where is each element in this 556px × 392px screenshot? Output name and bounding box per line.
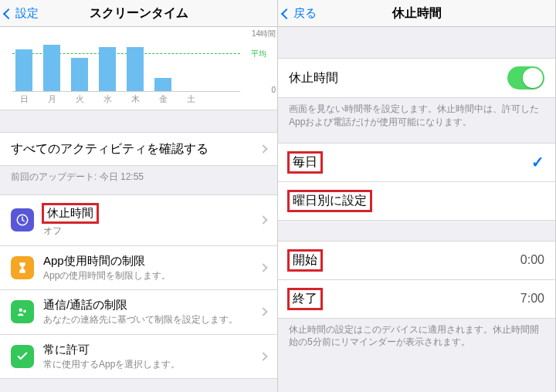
checkmark-icon: ✓ <box>531 153 544 171</box>
end-time-row[interactable]: 終了 7:00 <box>278 280 555 319</box>
check-icon <box>11 345 34 368</box>
start-label: 開始 <box>287 249 323 272</box>
x-label: 土 <box>182 93 199 105</box>
always-title: 常に許可 <box>43 343 254 357</box>
downtime-toggle-row: 休止時間 <box>278 58 555 98</box>
start-value: 0:00 <box>520 253 544 267</box>
svg-point-1 <box>19 309 23 313</box>
custom-days-label: 曜日別に設定 <box>287 190 372 212</box>
custom-days-row[interactable]: 曜日別に設定 <box>278 182 555 221</box>
always-sub: 常に使用するAppを選択します。 <box>43 359 254 371</box>
end-label: 終了 <box>287 288 323 310</box>
y-axis-bottom-label: 0 <box>271 86 276 94</box>
bar-月 <box>43 45 60 91</box>
chart-x-axis: 日月火水木金土 <box>12 92 240 105</box>
time-note: 休止時間の設定はこのデバイスに適用されます。休止時間開始の5分前にリマインダーが… <box>278 319 555 357</box>
chevron-right-icon <box>259 144 267 153</box>
bar-金 <box>154 78 171 91</box>
communication-row[interactable]: 通信/通話の制限 あなたの連絡先に基づいて制限を設定します。 <box>0 290 277 335</box>
downtime-toggle-label: 休止時間 <box>289 70 507 86</box>
downtime-detail-panel: 戻る 休止時間 休止時間 画面を見ない時間帯を設定します。休止時間中は、許可した… <box>278 0 556 392</box>
all-activity-row[interactable]: すべてのアクティビティを確認する <box>0 132 277 166</box>
bar-火 <box>71 58 88 91</box>
hourglass-icon <box>11 256 34 279</box>
chart-bars <box>12 30 240 92</box>
app-limits-title: App使用時間の制限 <box>43 254 254 269</box>
x-label: 木 <box>127 93 144 105</box>
x-label: 火 <box>71 93 88 105</box>
avg-label: 平均 <box>251 49 266 59</box>
navbar-left: 設定 スクリーンタイム <box>0 0 277 27</box>
back-label: 設定 <box>15 6 39 21</box>
page-title-left: スクリーンタイム <box>90 5 188 22</box>
y-axis-top-label: 14時間 <box>252 29 276 39</box>
x-label: 金 <box>154 93 171 105</box>
chevron-right-icon <box>259 308 267 316</box>
communication-sub: あなたの連絡先に基づいて制限を設定します。 <box>43 314 254 326</box>
chevron-right-icon <box>259 216 267 225</box>
downtime-sub: オフ <box>43 225 254 238</box>
usage-chart: 14時間 0 平均 日月火水木金土 <box>0 27 277 110</box>
app-limits-sub: Appの使用時間を制限します。 <box>43 270 254 282</box>
downtime-icon <box>11 208 34 231</box>
start-time-row[interactable]: 開始 0:00 <box>278 241 555 280</box>
svg-point-2 <box>23 310 26 313</box>
all-activity-label: すべてのアクティビティを確認する <box>11 141 254 157</box>
bar-日 <box>15 49 32 91</box>
downtime-toggle-switch[interactable] <box>507 66 544 90</box>
chevron-right-icon <box>259 263 267 272</box>
bar-水 <box>99 47 116 91</box>
screen-time-panel: 設定 スクリーンタイム 14時間 0 平均 日月火水木金土 すべてのアクティビテ… <box>0 0 278 392</box>
downtime-title: 休止時間 <box>42 203 99 224</box>
bar-木 <box>127 47 144 91</box>
x-label: 水 <box>99 93 116 105</box>
navbar-right: 戻る 休止時間 <box>278 0 555 27</box>
every-day-label: 毎日 <box>287 151 323 174</box>
communication-icon <box>11 300 34 323</box>
x-label: 日 <box>15 93 32 105</box>
x-label: 月 <box>43 93 60 105</box>
every-day-row[interactable]: 毎日 ✓ <box>278 143 555 182</box>
chevron-left-icon <box>5 7 14 20</box>
downtime-row[interactable]: 休止時間 オフ <box>0 194 277 246</box>
chevron-left-icon <box>283 7 292 20</box>
back-button-settings[interactable]: 設定 <box>5 0 39 26</box>
always-allowed-row[interactable]: 常に許可 常に使用するAppを選択します。 <box>0 335 277 380</box>
page-title-right: 休止時間 <box>392 5 442 22</box>
chevron-right-icon <box>259 352 267 360</box>
downtime-note: 画面を見ない時間帯を設定します。休止時間中は、許可したAppおよび電話だけが使用… <box>278 98 555 137</box>
last-update-note: 前回のアップデート: 今日 12:55 <box>0 166 277 188</box>
back-button-downtime[interactable]: 戻る <box>283 0 317 26</box>
app-limits-row[interactable]: App使用時間の制限 Appの使用時間を制限します。 <box>0 246 277 291</box>
communication-title: 通信/通話の制限 <box>43 298 254 313</box>
back-label: 戻る <box>293 6 317 21</box>
end-value: 7:00 <box>520 292 544 306</box>
